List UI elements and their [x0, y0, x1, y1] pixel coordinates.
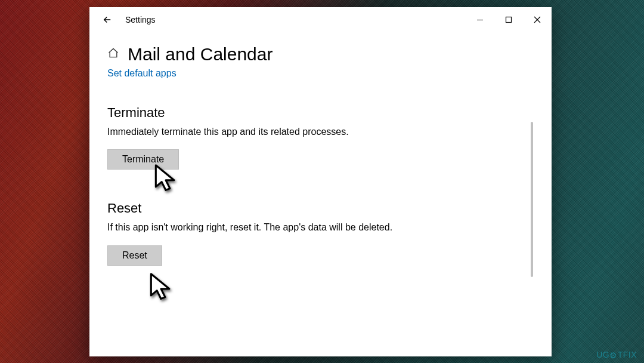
titlebar: Settings	[89, 7, 552, 32]
back-button[interactable]	[94, 7, 120, 32]
scrollbar-thumb[interactable]	[531, 122, 533, 277]
close-icon	[534, 16, 541, 23]
settings-window: Settings Mail and Calendar Set default a…	[89, 7, 552, 356]
window-title: Settings	[125, 15, 156, 24]
maximize-button[interactable]	[494, 7, 523, 32]
terminate-heading: Terminate	[107, 105, 512, 121]
back-arrow-icon	[102, 14, 113, 25]
reset-button[interactable]: Reset	[107, 245, 162, 266]
main-column: Mail and Calendar Set default apps Termi…	[107, 44, 525, 297]
set-default-apps-link[interactable]: Set default apps	[107, 68, 177, 79]
reset-heading: Reset	[107, 201, 512, 216]
terminate-description: Immediately terminate this app and its r…	[107, 125, 417, 139]
terminate-button[interactable]: Terminate	[107, 149, 179, 170]
minimize-icon	[476, 16, 484, 23]
watermark: UG⚙TFIX	[596, 350, 637, 359]
maximize-icon	[505, 16, 512, 23]
page-header: Mail and Calendar	[107, 44, 512, 64]
minimize-button[interactable]	[466, 7, 494, 32]
svg-rect-0	[477, 20, 483, 20]
titlebar-left: Settings	[94, 7, 156, 32]
reset-description: If this app isn't working right, reset i…	[107, 221, 417, 234]
home-icon[interactable]	[107, 47, 119, 61]
content-area: Mail and Calendar Set default apps Termi…	[89, 32, 552, 356]
terminate-section: Terminate Immediately terminate this app…	[107, 105, 512, 170]
close-button[interactable]	[523, 7, 552, 32]
titlebar-controls	[466, 7, 552, 32]
scrollbar[interactable]	[525, 44, 534, 356]
svg-rect-1	[506, 17, 512, 23]
reset-section: Reset If this app isn't working right, r…	[107, 201, 512, 265]
cursor-icon	[149, 272, 173, 302]
page-title: Mail and Calendar	[128, 44, 273, 64]
